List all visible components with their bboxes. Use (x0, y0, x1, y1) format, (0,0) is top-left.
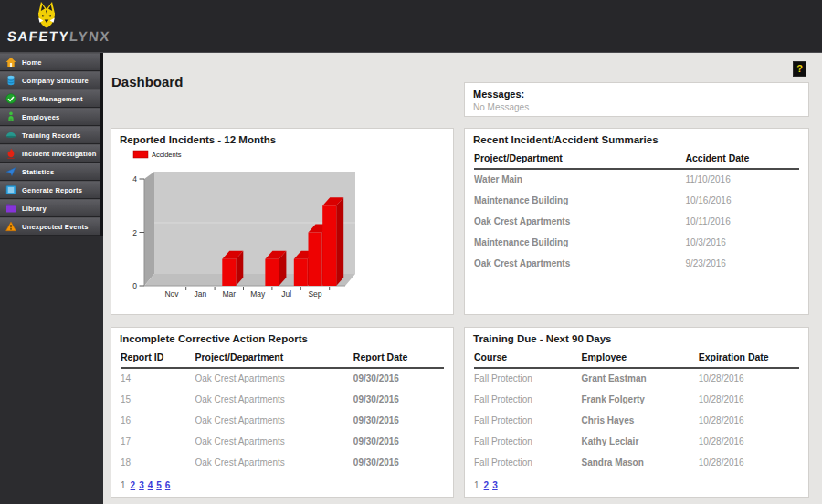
table-cell: Water Main (474, 169, 685, 191)
svg-text:May: May (250, 289, 266, 299)
table-cell: 16 (121, 411, 195, 432)
table-cell: Fall Protection (474, 453, 581, 474)
sidebar-item-library[interactable]: Library (0, 199, 100, 217)
page-link[interactable]: 5 (156, 480, 162, 490)
table-row: Oak Crest Apartments9/23/2016 (474, 254, 799, 275)
recent-summaries-table: Project/DepartmentAccident Date Water Ma… (474, 149, 799, 275)
screen: SAFETYLYNX HomeCompany StructureRisk Man… (0, 0, 822, 504)
table-row: Fall ProtectionFrank Folgerty10/28/2016 (474, 390, 799, 411)
sidebar-item-training-records[interactable]: Training Records (0, 126, 100, 144)
svg-text:Mar: Mar (222, 289, 236, 299)
sidebar-item-employees[interactable]: Employees (0, 108, 100, 126)
sidebar-item-home[interactable]: Home (0, 53, 100, 71)
table-cell: 10/11/2016 (685, 212, 799, 233)
sidebar-item-label: Employees (22, 113, 59, 121)
brand-wordmark: SAFETYLYNX (6, 28, 111, 44)
table-cell: 10/28/2016 (699, 432, 799, 453)
table-cell: 09/30/2016 (353, 432, 444, 453)
column-header: Report ID (121, 348, 195, 368)
table-cell: Oak Crest Apartments (195, 390, 353, 411)
sidebar-item-company-structure[interactable]: Company Structure (0, 71, 100, 89)
svg-text:Jan: Jan (195, 289, 207, 299)
table-cell: 17 (121, 432, 195, 453)
legend-swatch (133, 151, 148, 158)
column-header: Accident Date (685, 149, 799, 169)
table-cell: Oak Crest Apartments (195, 411, 353, 432)
employees-icon (5, 111, 16, 123)
page-current: 1 (474, 480, 480, 490)
table-cell: Fall Protection (474, 411, 581, 432)
sidebar-item-statistics[interactable]: Statistics (0, 163, 100, 181)
messages-title: Messages: (473, 89, 808, 100)
table-cell: Maintenance Building (474, 233, 685, 254)
table-row: 17Oak Crest Apartments09/30/2016 (121, 432, 444, 453)
generate-reports-icon (5, 184, 16, 196)
sidebar-item-risk-management[interactable]: Risk Management (0, 89, 100, 108)
home-icon (5, 57, 16, 68)
svg-text:0: 0 (132, 281, 137, 290)
table-cell: Fall Protection (474, 432, 581, 453)
library-icon (5, 203, 16, 215)
table-cell: 15 (121, 390, 195, 411)
company-structure-icon (5, 75, 16, 87)
table-cell: Grant Eastman (581, 368, 698, 390)
sidebar: HomeCompany StructureRisk ManagementEmpl… (0, 53, 103, 504)
table-cell: 10/16/2016 (685, 191, 799, 212)
recent-summaries-title: Recent Incident/Accident Summaries (465, 129, 808, 145)
page-link[interactable]: 3 (139, 480, 144, 490)
unexpected-events-icon (5, 221, 16, 233)
incomplete-reports-table: Report IDProject/DepartmentReport Date 1… (121, 348, 444, 474)
page-link[interactable]: 6 (165, 480, 171, 490)
page-current: 1 (121, 480, 126, 490)
table-cell: 10/3/2016 (685, 233, 799, 254)
column-header: Project/Department (195, 348, 353, 368)
table-cell: Oak Crest Apartments (195, 432, 353, 453)
sidebar-item-label: Incident Investigation (22, 150, 97, 158)
page-link[interactable]: 4 (148, 480, 153, 490)
table-row: Fall ProtectionGrant Eastman10/28/2016 (474, 368, 799, 390)
table-row: 14Oak Crest Apartments09/30/2016 (121, 368, 444, 390)
column-header: Employee (581, 348, 698, 368)
messages-panel: Messages: No Messages (464, 82, 809, 117)
messages-empty-text: No Messages (473, 102, 808, 112)
chart-title: Reported Incidents - 12 Months (111, 129, 453, 145)
table-cell: 9/23/2016 (685, 254, 799, 275)
column-header: Expiration Date (699, 348, 799, 368)
table-header-row: Report IDProject/DepartmentReport Date (121, 348, 444, 368)
chart-left-wall (144, 172, 154, 286)
page-link[interactable]: 2 (131, 480, 136, 490)
svg-text:2: 2 (132, 228, 137, 237)
column-header: Report Date (353, 348, 444, 368)
bar-Oct (322, 197, 343, 286)
table-row: 15Oak Crest Apartments09/30/2016 (121, 390, 444, 411)
column-header: Course (474, 348, 581, 368)
sidebar-item-unexpected-events[interactable]: Unexpected Events (0, 217, 100, 236)
table-cell: Oak Crest Apartments (474, 212, 685, 233)
training-due-pagination: 123 (474, 480, 808, 490)
page-link[interactable]: 3 (492, 480, 498, 490)
table-cell: Fall Protection (474, 390, 581, 411)
incidents-chart: 024NovJanMarMayJulSepAccidents (111, 146, 453, 303)
training-due-panel: Training Due - Next 90 Days CourseEmploy… (464, 327, 809, 498)
bar-Jun (265, 251, 286, 286)
help-button[interactable]: ? (793, 61, 806, 77)
sidebar-item-label: Company Structure (22, 77, 89, 85)
table-cell: 09/30/2016 (353, 453, 444, 474)
incomplete-reports-title: Incomplete Corrective Action Reports (111, 328, 453, 344)
sidebar-item-generate-reports[interactable]: Generate Reports (0, 181, 100, 199)
sidebar-item-incident-investigation[interactable]: Incident Investigation (0, 144, 100, 163)
reported-incidents-panel: Reported Incidents - 12 Months 024NovJan… (111, 128, 454, 315)
table-cell: 11/10/2016 (685, 169, 799, 191)
table-cell: Oak Crest Apartments (195, 368, 353, 390)
table-header-row: Project/DepartmentAccident Date (474, 149, 799, 169)
brand-text-lynx: LYNX (68, 28, 111, 44)
lynx-logo-icon (31, 1, 62, 29)
table-row: Water Main11/10/2016 (474, 169, 799, 191)
training-records-icon (5, 130, 16, 142)
incomplete-reports-panel: Incomplete Corrective Action Reports Rep… (111, 327, 454, 498)
sidebar-item-label: Generate Reports (22, 186, 82, 194)
table-cell: Oak Crest Apartments (474, 254, 685, 275)
table-header-row: CourseEmployeeExpiration Date (474, 348, 799, 368)
table-cell: Fall Protection (474, 368, 581, 390)
page-link[interactable]: 2 (484, 480, 490, 490)
